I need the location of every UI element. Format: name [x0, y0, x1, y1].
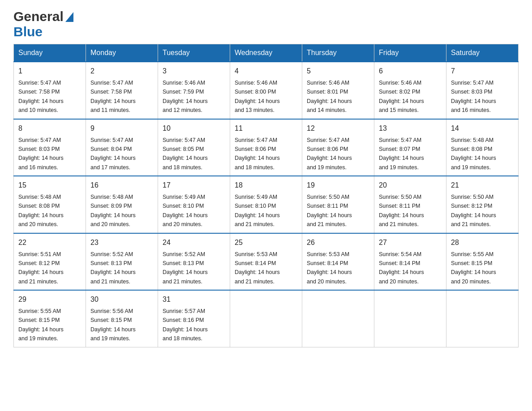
day-number: 14: [451, 123, 514, 134]
calendar-cell: 16Sunrise: 5:48 AMSunset: 8:09 PMDayligh…: [86, 176, 158, 233]
day-info: Sunrise: 5:47 AMSunset: 8:05 PMDaylight:…: [163, 137, 208, 171]
day-info: Sunrise: 5:52 AMSunset: 8:13 PMDaylight:…: [90, 251, 136, 285]
day-info: Sunrise: 5:52 AMSunset: 8:13 PMDaylight:…: [163, 251, 208, 285]
day-info: Sunrise: 5:50 AMSunset: 8:11 PMDaylight:…: [379, 194, 424, 227]
day-number: 17: [163, 180, 225, 191]
day-info: Sunrise: 5:48 AMSunset: 8:08 PMDaylight:…: [18, 194, 64, 227]
calendar-cell: 18Sunrise: 5:49 AMSunset: 8:10 PMDayligh…: [230, 176, 302, 233]
calendar-cell: 14Sunrise: 5:48 AMSunset: 8:08 PMDayligh…: [446, 119, 519, 176]
day-number: 10: [163, 123, 225, 134]
day-info: Sunrise: 5:46 AMSunset: 8:01 PMDaylight:…: [307, 80, 352, 113]
calendar-week-3: 15Sunrise: 5:48 AMSunset: 8:08 PMDayligh…: [14, 176, 519, 233]
day-number: 11: [235, 123, 297, 134]
day-number: 15: [18, 180, 81, 191]
day-info: Sunrise: 5:56 AMSunset: 8:15 PMDaylight:…: [90, 308, 136, 342]
calendar-cell: 2Sunrise: 5:47 AMSunset: 7:58 PMDaylight…: [86, 62, 158, 119]
page-header: General Blue: [13, 9, 519, 39]
calendar-body: 1Sunrise: 5:47 AMSunset: 7:58 PMDaylight…: [14, 62, 519, 347]
calendar-cell: 25Sunrise: 5:53 AMSunset: 8:14 PMDayligh…: [230, 233, 302, 291]
day-number: 27: [379, 237, 442, 248]
day-info: Sunrise: 5:50 AMSunset: 8:11 PMDaylight:…: [307, 194, 352, 227]
calendar-cell: 7Sunrise: 5:47 AMSunset: 8:03 PMDaylight…: [446, 62, 519, 119]
day-info: Sunrise: 5:47 AMSunset: 7:58 PMDaylight:…: [90, 80, 136, 113]
calendar-cell: 31Sunrise: 5:57 AMSunset: 8:16 PMDayligh…: [158, 290, 230, 347]
calendar-table: SundayMondayTuesdayWednesdayThursdayFrid…: [13, 44, 519, 347]
calendar-cell: 29Sunrise: 5:55 AMSunset: 8:15 PMDayligh…: [14, 290, 86, 347]
day-info: Sunrise: 5:55 AMSunset: 8:15 PMDaylight:…: [18, 308, 64, 342]
calendar-cell: 9Sunrise: 5:47 AMSunset: 8:04 PMDaylight…: [86, 119, 158, 176]
day-number: 5: [307, 66, 369, 77]
weekday-friday: Friday: [374, 44, 446, 62]
weekday-saturday: Saturday: [446, 44, 519, 62]
day-number: 7: [451, 66, 514, 77]
day-info: Sunrise: 5:47 AMSunset: 8:06 PMDaylight:…: [235, 137, 280, 171]
day-number: 9: [90, 123, 153, 134]
logo-blue-text: Blue: [13, 24, 43, 39]
calendar-cell: 24Sunrise: 5:52 AMSunset: 8:13 PMDayligh…: [158, 233, 230, 291]
day-info: Sunrise: 5:50 AMSunset: 8:12 PMDaylight:…: [451, 194, 496, 227]
day-info: Sunrise: 5:48 AMSunset: 8:09 PMDaylight:…: [90, 194, 136, 227]
day-info: Sunrise: 5:47 AMSunset: 8:06 PMDaylight:…: [307, 137, 352, 171]
calendar-cell: 8Sunrise: 5:47 AMSunset: 8:03 PMDaylight…: [14, 119, 86, 176]
calendar-cell: 6Sunrise: 5:46 AMSunset: 8:02 PMDaylight…: [374, 62, 446, 119]
day-number: 19: [307, 180, 369, 191]
day-number: 18: [235, 180, 297, 191]
day-info: Sunrise: 5:55 AMSunset: 8:15 PMDaylight:…: [451, 251, 496, 285]
day-info: Sunrise: 5:49 AMSunset: 8:10 PMDaylight:…: [235, 194, 280, 227]
day-number: 13: [379, 123, 442, 134]
day-number: 22: [18, 237, 81, 248]
day-info: Sunrise: 5:47 AMSunset: 8:03 PMDaylight:…: [18, 137, 64, 171]
calendar-cell: 1Sunrise: 5:47 AMSunset: 7:58 PMDaylight…: [14, 62, 86, 119]
calendar-cell: 19Sunrise: 5:50 AMSunset: 8:11 PMDayligh…: [302, 176, 374, 233]
day-info: Sunrise: 5:46 AMSunset: 8:02 PMDaylight:…: [379, 80, 424, 113]
day-number: 30: [90, 294, 153, 305]
day-number: 28: [451, 237, 514, 248]
weekday-sunday: Sunday: [14, 44, 86, 62]
calendar-week-5: 29Sunrise: 5:55 AMSunset: 8:15 PMDayligh…: [14, 290, 519, 347]
calendar-cell: 26Sunrise: 5:53 AMSunset: 8:14 PMDayligh…: [302, 233, 374, 291]
day-number: 16: [90, 180, 153, 191]
day-info: Sunrise: 5:47 AMSunset: 8:04 PMDaylight:…: [90, 137, 136, 171]
day-info: Sunrise: 5:53 AMSunset: 8:14 PMDaylight:…: [235, 251, 280, 285]
day-info: Sunrise: 5:57 AMSunset: 8:16 PMDaylight:…: [163, 308, 208, 342]
calendar-cell: 12Sunrise: 5:47 AMSunset: 8:06 PMDayligh…: [302, 119, 374, 176]
calendar-week-2: 8Sunrise: 5:47 AMSunset: 8:03 PMDaylight…: [14, 119, 519, 176]
logo-triangle-icon: [65, 12, 73, 24]
day-info: Sunrise: 5:54 AMSunset: 8:14 PMDaylight:…: [379, 251, 424, 285]
calendar-week-4: 22Sunrise: 5:51 AMSunset: 8:12 PMDayligh…: [14, 233, 519, 291]
day-info: Sunrise: 5:47 AMSunset: 8:03 PMDaylight:…: [451, 80, 496, 113]
day-info: Sunrise: 5:46 AMSunset: 7:59 PMDaylight:…: [163, 80, 208, 113]
day-number: 1: [18, 66, 81, 77]
day-number: 26: [307, 237, 369, 248]
calendar-cell: 21Sunrise: 5:50 AMSunset: 8:12 PMDayligh…: [446, 176, 519, 233]
calendar-cell: 17Sunrise: 5:49 AMSunset: 8:10 PMDayligh…: [158, 176, 230, 233]
calendar-cell: [446, 290, 519, 347]
day-number: 31: [163, 294, 225, 305]
calendar-cell: 15Sunrise: 5:48 AMSunset: 8:08 PMDayligh…: [14, 176, 86, 233]
calendar-cell: [302, 290, 374, 347]
day-info: Sunrise: 5:47 AMSunset: 7:58 PMDaylight:…: [18, 80, 64, 113]
day-info: Sunrise: 5:46 AMSunset: 8:00 PMDaylight:…: [235, 80, 280, 113]
day-number: 21: [451, 180, 514, 191]
calendar-cell: [374, 290, 446, 347]
day-number: 2: [90, 66, 153, 77]
weekday-monday: Monday: [86, 44, 158, 62]
calendar-cell: 22Sunrise: 5:51 AMSunset: 8:12 PMDayligh…: [14, 233, 86, 291]
weekday-tuesday: Tuesday: [158, 44, 230, 62]
calendar-week-1: 1Sunrise: 5:47 AMSunset: 7:58 PMDaylight…: [14, 62, 519, 119]
calendar-cell: 10Sunrise: 5:47 AMSunset: 8:05 PMDayligh…: [158, 119, 230, 176]
svg-marker-0: [65, 12, 73, 22]
day-number: 8: [18, 123, 81, 134]
day-number: 24: [163, 237, 225, 248]
day-number: 3: [163, 66, 225, 77]
calendar-cell: 27Sunrise: 5:54 AMSunset: 8:14 PMDayligh…: [374, 233, 446, 291]
day-number: 23: [90, 237, 153, 248]
logo-general-text: General: [13, 9, 64, 24]
calendar-cell: 4Sunrise: 5:46 AMSunset: 8:00 PMDaylight…: [230, 62, 302, 119]
weekday-thursday: Thursday: [302, 44, 374, 62]
day-number: 25: [235, 237, 297, 248]
day-info: Sunrise: 5:49 AMSunset: 8:10 PMDaylight:…: [163, 194, 208, 227]
day-info: Sunrise: 5:47 AMSunset: 8:07 PMDaylight:…: [379, 137, 424, 171]
calendar-cell: 23Sunrise: 5:52 AMSunset: 8:13 PMDayligh…: [86, 233, 158, 291]
calendar-cell: 5Sunrise: 5:46 AMSunset: 8:01 PMDaylight…: [302, 62, 374, 119]
